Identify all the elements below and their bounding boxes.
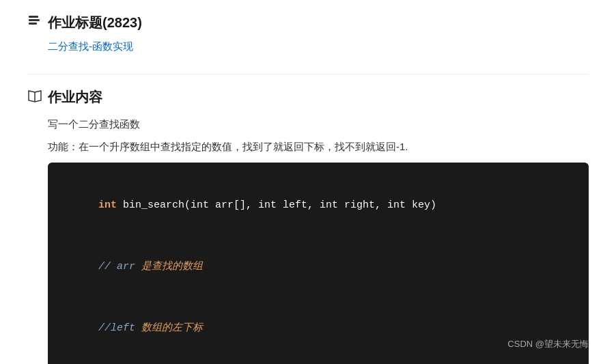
code-line1-rest: bin_search(int arr[], int left, int righ…: [117, 199, 436, 211]
code-line-3: //left 数组的左下标: [61, 298, 575, 359]
footer-text: CSDN @望未来无悔: [507, 338, 589, 350]
page-title: 作业标题(2823): [48, 14, 142, 32]
section-content: 作业内容 写一个二分查找函数 功能：在一个升序数组中查找指定的数值，找到了就返回…: [27, 88, 589, 364]
content-title: 作业内容: [48, 88, 102, 107]
code-line-1: int bin_search(int arr[], int left, int …: [61, 175, 575, 236]
code-comment-left: //left 数组的左下标: [98, 322, 203, 334]
section-header-title: 作业标题(2823): [27, 14, 589, 32]
svg-rect-2: [29, 23, 37, 25]
code-keyword-int: int: [98, 199, 117, 211]
description-line2: 功能：在一个升序数组中查找指定的数值，找到了就返回下标，找不到就返回-1.: [48, 137, 589, 156]
open-book-icon: [27, 88, 42, 107]
section-header-content: 作业内容: [27, 88, 589, 107]
code-line-2: // arr 是查找的数组: [61, 236, 575, 298]
book-stack-icon: [27, 14, 42, 32]
svg-rect-1: [29, 19, 40, 21]
divider: [27, 74, 589, 74]
code-block: int bin_search(int arr[], int left, int …: [48, 163, 589, 364]
description-line1: 写一个二分查找函数: [48, 115, 589, 133]
section-title: 作业标题(2823) 二分查找-函数实现: [27, 14, 589, 53]
svg-rect-0: [29, 16, 38, 18]
assignment-link[interactable]: 二分查找-函数实现: [48, 40, 133, 52]
code-comment-arr: // arr 是查找的数组: [98, 261, 203, 272]
code-line-4: //right 数组的右下标: [61, 359, 575, 364]
